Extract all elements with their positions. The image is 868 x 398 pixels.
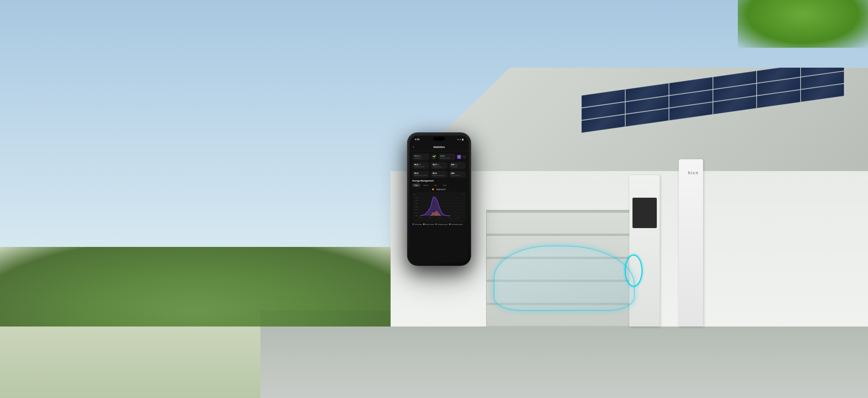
tree-top-right bbox=[738, 0, 868, 48]
total-revenue-label: Total revenue bbox=[451, 175, 464, 176]
phone: 4:25 ▪▪▪ ⊜ ▓ ‹ Statistics bbox=[407, 132, 471, 266]
chart-y-label: W bbox=[414, 194, 415, 195]
legend-charging-power: Charging power bbox=[435, 223, 447, 225]
revenue-month-label: Revenue this month bbox=[414, 175, 427, 176]
legend-electric-power: Electric power bbox=[423, 223, 434, 225]
svg-text:7,000: 7,000 bbox=[415, 196, 418, 198]
date-next-arrow[interactable]: › bbox=[448, 188, 449, 190]
yield-month-card: 96.5kWh Yield this month bbox=[412, 162, 429, 169]
yield-month-label: Yield this month bbox=[414, 166, 427, 167]
phone-screen: 4:25 ▪▪▪ ⊜ ▓ ‹ Statistics bbox=[410, 135, 469, 263]
charging-power-dot bbox=[435, 223, 437, 225]
yield-month-value: 96.5kWh bbox=[414, 163, 427, 165]
tab-day[interactable]: Day bbox=[412, 184, 421, 187]
legend-discharging-power: Discharging power bbox=[449, 223, 463, 225]
current-date: 2024-10-17 bbox=[436, 188, 446, 190]
yield-power-dot bbox=[412, 223, 414, 225]
brand-label: hicn bbox=[688, 171, 699, 175]
yield-power-label: Yield power bbox=[414, 223, 422, 225]
back-button[interactable]: ‹ bbox=[413, 146, 414, 149]
info-icon[interactable]: i bbox=[463, 155, 466, 158]
page-title: Statistics bbox=[433, 146, 445, 149]
electric-power-dot bbox=[423, 223, 425, 225]
status-notch bbox=[433, 136, 445, 141]
revenue-month-value: 96.5$ bbox=[414, 172, 427, 174]
total-revenue-value: 260$ bbox=[451, 172, 464, 174]
battery-storage-unit bbox=[679, 159, 703, 327]
status-icons: ▪▪▪ ⊜ ▓ bbox=[457, 139, 464, 141]
revenue-icon: $ bbox=[457, 155, 461, 159]
yield-year-label: Yield this year bbox=[433, 166, 445, 167]
revenue-month-card: 96.5$ Revenue this month bbox=[412, 171, 429, 178]
chart-legend: Yield power Electric power Charging powe… bbox=[412, 223, 466, 225]
electric-car bbox=[486, 231, 642, 331]
yield-year-card: 96.5kWh Yield this year bbox=[431, 162, 447, 169]
svg-text:2,000: 2,000 bbox=[415, 212, 418, 213]
total-revenue-card: 260$ Total revenue bbox=[449, 171, 466, 178]
battery-icon: ▓ bbox=[462, 139, 463, 141]
solar-panels bbox=[582, 58, 844, 132]
svg-text:4,000: 4,000 bbox=[415, 206, 418, 207]
signal-icon: ▪▪▪ bbox=[457, 139, 459, 141]
yield-today-value: 43.3kWh bbox=[414, 155, 428, 157]
legend-yield-power: Yield power bbox=[412, 223, 422, 225]
total-yield-value: 260kWh bbox=[451, 163, 464, 165]
yield-year-value: 96.5kWh bbox=[433, 163, 445, 165]
svg-text:5,000: 5,000 bbox=[415, 203, 418, 204]
phone-outer: 4:25 ▪▪▪ ⊜ ▓ ‹ Statistics bbox=[407, 132, 471, 266]
revenue-year-card: 96.5$ Revenue this year bbox=[431, 171, 447, 178]
date-indicator bbox=[432, 188, 434, 190]
svg-text:20:00: 20:00 bbox=[457, 217, 460, 218]
yield-today-card: 43.3kWh Yield today bbox=[412, 153, 429, 160]
discharging-power-label: Discharging power bbox=[451, 223, 463, 225]
app-header: ‹ Statistics bbox=[410, 144, 469, 151]
svg-text:12:00: 12:00 bbox=[439, 217, 441, 218]
revenue-year-value: 96.5$ bbox=[433, 172, 445, 174]
yield-today-label: Yield today bbox=[414, 157, 428, 159]
revenue-today-card: 43.3$ Revenue today bbox=[439, 153, 456, 160]
trees-left bbox=[0, 247, 391, 327]
date-prev-arrow[interactable]: ‹ bbox=[429, 188, 430, 190]
revenue-today-label: Revenue today bbox=[440, 157, 454, 159]
energy-chart: W ⤢ 7,000 6,000 5,000 bbox=[412, 192, 466, 222]
stats-row-2: 96.5kWh Yield this month 96.5kWh Yield t… bbox=[412, 162, 466, 169]
tab-year[interactable]: Year bbox=[431, 184, 439, 187]
app-content: 43.3kWh Yield today 🌱 43.3$ Revenue toda… bbox=[410, 151, 469, 263]
tab-bar: Day Month Year Total bbox=[412, 184, 466, 187]
total-yield-card: 260kWh Total yield bbox=[449, 162, 466, 169]
chart-svg: 7,000 6,000 5,000 4,000 3,000 2,000 1,00… bbox=[414, 194, 464, 219]
energy-management-title: Energy Management bbox=[412, 180, 466, 182]
svg-text:16:00: 16:00 bbox=[448, 217, 451, 218]
revenue-year-label: Revenue this year bbox=[433, 175, 445, 176]
stats-row-3: 96.5$ Revenue this month 96.5$ Revenue t… bbox=[412, 171, 466, 178]
date-navigation: ‹ 2024-10-17 › bbox=[412, 188, 466, 190]
electric-power-label: Electric power bbox=[425, 223, 434, 225]
revenue-today-value: 43.3$ bbox=[440, 155, 454, 157]
status-bar: 4:25 ▪▪▪ ⊜ ▓ bbox=[410, 135, 469, 144]
chart-expand-icon[interactable]: ⤢ bbox=[463, 193, 465, 195]
charging-cable bbox=[625, 255, 642, 286]
car-body bbox=[494, 246, 634, 310]
svg-text:6,000: 6,000 bbox=[415, 200, 418, 201]
svg-text:08:00: 08:00 bbox=[429, 217, 431, 218]
tab-total[interactable]: Total bbox=[440, 184, 449, 187]
tab-month[interactable]: Month bbox=[421, 184, 431, 187]
stats-row-1: 43.3kWh Yield today 🌱 43.3$ Revenue toda… bbox=[412, 153, 466, 160]
svg-text:1,000: 1,000 bbox=[415, 215, 418, 216]
charging-power-label: Charging power bbox=[437, 223, 447, 225]
wifi-icon: ⊜ bbox=[460, 139, 461, 141]
discharging-power-dot bbox=[449, 223, 450, 225]
plant-icon: 🌱 bbox=[431, 154, 437, 160]
total-yield-label: Total yield bbox=[451, 166, 464, 167]
svg-text:04:00: 04:00 bbox=[419, 217, 422, 218]
svg-text:3,000: 3,000 bbox=[415, 209, 418, 210]
status-time: 4:25 bbox=[415, 138, 420, 141]
